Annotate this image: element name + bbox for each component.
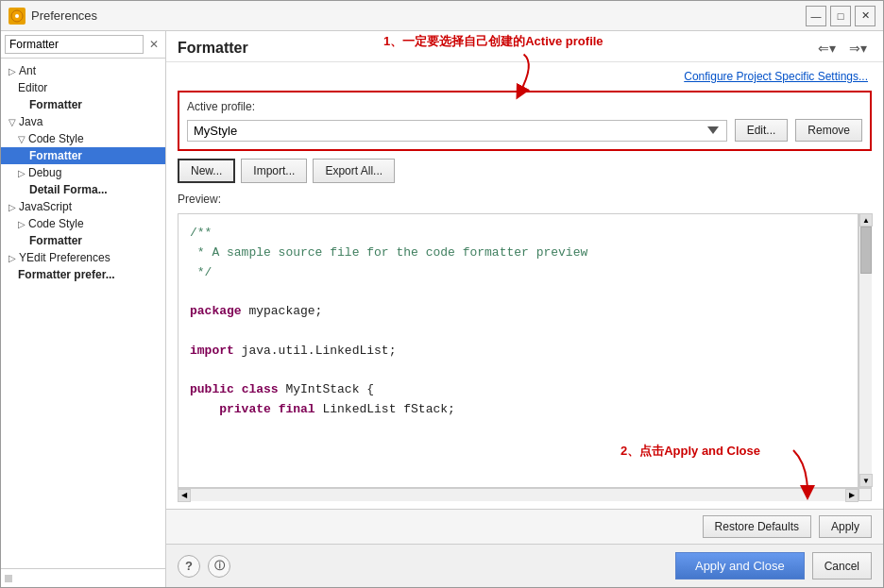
- sidebar-item-java[interactable]: ▽ Java: [1, 113, 165, 130]
- final-bar: ? ⓘ Apply and Close Cancel: [166, 544, 883, 587]
- window-controls: — □ ✕: [806, 6, 876, 26]
- sidebar-tree: ▷ Ant Editor Formatter ▽ Java ▽ Code Sty…: [1, 59, 165, 568]
- minimize-button[interactable]: —: [806, 6, 826, 26]
- chevron-icon: ▷: [18, 168, 26, 178]
- sidebar-item-formatter-js[interactable]: Formatter: [1, 232, 165, 249]
- chevron-icon: ▷: [18, 219, 26, 229]
- configure-project-link[interactable]: Configure Project Specific Settings...: [178, 70, 872, 83]
- sidebar-item-javascript[interactable]: ▷ JavaScript: [1, 198, 165, 215]
- scroll-left-button[interactable]: ◀: [178, 489, 191, 502]
- restore-defaults-button[interactable]: Restore Defaults: [703, 515, 811, 538]
- window-title: Preferences: [31, 8, 97, 23]
- edit-button[interactable]: Edit...: [735, 119, 789, 142]
- sidebar-item-editor[interactable]: Editor: [1, 79, 165, 96]
- preview-container: /** * A sample source file for the code …: [178, 213, 872, 501]
- title-bar: Preferences — □ ✕: [1, 1, 883, 31]
- panel-nav: ⇐▾ ⇒▾: [813, 39, 872, 58]
- sidebar-search-input[interactable]: [5, 35, 144, 54]
- panel-title: Formatter: [178, 40, 248, 57]
- sidebar-item-yedit[interactable]: ▷ YEdit Preferences: [1, 249, 165, 266]
- sidebar: ✕ ▷ Ant Editor Formatter ▽ Java ▽: [1, 31, 166, 587]
- nav-forward-button[interactable]: ⇒▾: [844, 39, 872, 58]
- chevron-icon: ▽: [8, 117, 16, 127]
- sidebar-item-label: Java: [19, 115, 42, 128]
- sidebar-item-label: Code Style: [28, 132, 84, 145]
- right-panel: Formatter ⇐▾ ⇒▾ Configure Project Specif…: [166, 31, 883, 587]
- sidebar-item-label: Formatter: [29, 98, 82, 111]
- sidebar-item-code-style-java[interactable]: ▽ Code Style: [1, 130, 165, 147]
- scroll-down-button[interactable]: ▼: [859, 474, 873, 487]
- vertical-scrollbar[interactable]: ▲ ▼: [858, 213, 872, 488]
- profile-buttons-row: New... Import... Export All...: [178, 159, 872, 183]
- maximize-button[interactable]: □: [830, 6, 851, 26]
- svg-point-1: [15, 14, 19, 18]
- active-profile-label: Active profile:: [187, 100, 862, 113]
- panel-body: Configure Project Specific Settings... A…: [166, 62, 883, 509]
- close-button[interactable]: ✕: [855, 6, 876, 26]
- code-line: package mypackage;: [190, 304, 322, 318]
- sidebar-item-label: Detail Forma...: [29, 183, 108, 196]
- scrollbar-corner: [858, 488, 872, 501]
- code-line: private final LinkedList fStack;: [190, 402, 455, 416]
- scroll-thumb[interactable]: [860, 227, 872, 274]
- scroll-right-button[interactable]: ▶: [845, 489, 858, 502]
- nav-back-button[interactable]: ⇐▾: [813, 39, 841, 58]
- sidebar-item-label: Formatter: [29, 234, 82, 247]
- sidebar-item-formatter-java[interactable]: Formatter: [1, 147, 165, 164]
- action-bar: Restore Defaults Apply: [166, 509, 883, 544]
- horizontal-scrollbar[interactable]: ◀ ▶: [178, 488, 858, 501]
- panel-header: Formatter ⇐▾ ⇒▾: [166, 31, 883, 62]
- help-button[interactable]: ?: [178, 555, 200, 578]
- sidebar-item-label: YEdit Preferences: [19, 251, 110, 264]
- preview-code-area: /** * A sample source file for the code …: [178, 213, 858, 488]
- cancel-button[interactable]: Cancel: [812, 552, 872, 580]
- scroll-up-button[interactable]: ▲: [859, 213, 873, 227]
- final-bar-right: Apply and Close Cancel: [675, 552, 872, 580]
- preview-label: Preview:: [178, 193, 872, 206]
- sidebar-resize-handle[interactable]: [5, 575, 12, 582]
- import-button[interactable]: Import...: [241, 159, 307, 183]
- sidebar-item-ant[interactable]: ▷ Ant: [1, 62, 165, 79]
- sidebar-clear-icon[interactable]: ✕: [146, 37, 162, 52]
- code-line: public class MyIntStack {: [190, 382, 374, 396]
- sidebar-item-label: Editor: [18, 81, 47, 94]
- hscroll-track: [191, 489, 845, 501]
- remove-button[interactable]: Remove: [795, 119, 862, 142]
- apply-and-close-button[interactable]: Apply and Close: [675, 552, 805, 580]
- chevron-icon: ▷: [8, 66, 16, 76]
- sidebar-item-code-style-js[interactable]: ▷ Code Style: [1, 215, 165, 232]
- chevron-icon: ▽: [18, 134, 26, 144]
- apply-button[interactable]: Apply: [819, 515, 872, 538]
- new-button[interactable]: New...: [178, 159, 235, 183]
- sidebar-item-debug[interactable]: ▷ Debug: [1, 164, 165, 181]
- title-bar-left: Preferences: [8, 8, 97, 25]
- profile-select[interactable]: MyStyle Eclipse [built-in] Google Style: [187, 120, 727, 142]
- sidebar-item-label: Formatter: [29, 149, 82, 162]
- sidebar-item-label: Debug: [28, 166, 61, 179]
- code-line: import java.util.LinkedList;: [190, 344, 396, 358]
- sidebar-item-label: Code Style: [28, 217, 84, 230]
- sidebar-item-formatter-ant[interactable]: Formatter: [1, 96, 165, 113]
- sidebar-item-label: Formatter prefer...: [18, 268, 115, 281]
- sidebar-item-label: JavaScript: [19, 200, 72, 213]
- main-content: ✕ ▷ Ant Editor Formatter ▽ Java ▽: [1, 31, 883, 587]
- info-button[interactable]: ⓘ: [208, 555, 230, 578]
- profile-row: MyStyle Eclipse [built-in] Google Style …: [187, 119, 862, 142]
- chevron-icon: ▷: [8, 253, 16, 263]
- sidebar-item-formatter-pref[interactable]: Formatter prefer...: [1, 266, 165, 283]
- app-icon: [8, 8, 26, 25]
- sidebar-item-detail-format[interactable]: Detail Forma...: [1, 181, 165, 198]
- final-bar-left: ? ⓘ: [178, 555, 230, 578]
- preview-code-content: /** * A sample source file for the code …: [178, 214, 858, 429]
- sidebar-search-box: ✕: [1, 31, 165, 59]
- right-panel-wrapper: 1、一定要选择自己创建的Active profile 2、点击Apply and…: [166, 31, 883, 587]
- chevron-icon: ▷: [8, 202, 16, 212]
- export-all-button[interactable]: Export All...: [313, 159, 395, 183]
- preferences-window: Preferences — □ ✕ ✕ ▷ Ant Editor: [0, 0, 884, 588]
- sidebar-bottom: [1, 568, 165, 587]
- sidebar-item-label: Ant: [19, 64, 36, 77]
- active-profile-box: Active profile: MyStyle Eclipse [built-i…: [178, 91, 872, 151]
- code-line: /** * A sample source file for the code …: [190, 226, 587, 279]
